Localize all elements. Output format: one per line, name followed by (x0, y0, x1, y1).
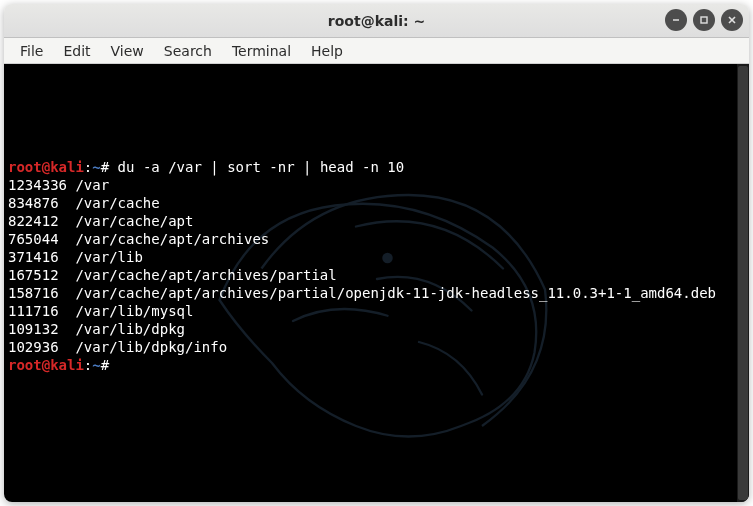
terminal-content: root@kali:~# du -a /var | sort -nr | hea… (8, 140, 745, 392)
menu-help[interactable]: Help (301, 40, 353, 62)
menubar: File Edit View Search Terminal Help (4, 38, 749, 64)
menu-terminal[interactable]: Terminal (222, 40, 301, 62)
maximize-icon (698, 14, 710, 26)
terminal-window: root@kali: ~ File Edit View Search Termi… (4, 4, 749, 502)
prompt-symbol: # (101, 159, 109, 175)
minimize-icon (670, 14, 682, 26)
prompt-path-2: ~ (92, 357, 100, 373)
terminal-area[interactable]: root@kali:~# du -a /var | sort -nr | hea… (4, 64, 749, 502)
close-button[interactable] (721, 9, 743, 31)
command-text: du -a /var | sort -nr | head -n 10 (109, 159, 404, 175)
prompt-user-host: root@kali (8, 159, 84, 175)
cursor-space (109, 357, 117, 373)
minimize-button[interactable] (665, 9, 687, 31)
svg-rect-1 (701, 17, 707, 23)
titlebar: root@kali: ~ (4, 4, 749, 38)
command-output: 1234336 /var 834876 /var/cache 822412 /v… (8, 176, 745, 356)
window-title: root@kali: ~ (4, 13, 749, 29)
prompt-user-host-2: root@kali (8, 357, 84, 373)
menu-edit[interactable]: Edit (53, 40, 100, 62)
menu-file[interactable]: File (10, 40, 53, 62)
menu-view[interactable]: View (101, 40, 154, 62)
close-icon (726, 14, 738, 26)
prompt-path: ~ (92, 159, 100, 175)
window-controls (665, 9, 743, 31)
prompt-symbol-2: # (101, 357, 109, 373)
menu-search[interactable]: Search (154, 40, 222, 62)
maximize-button[interactable] (693, 9, 715, 31)
